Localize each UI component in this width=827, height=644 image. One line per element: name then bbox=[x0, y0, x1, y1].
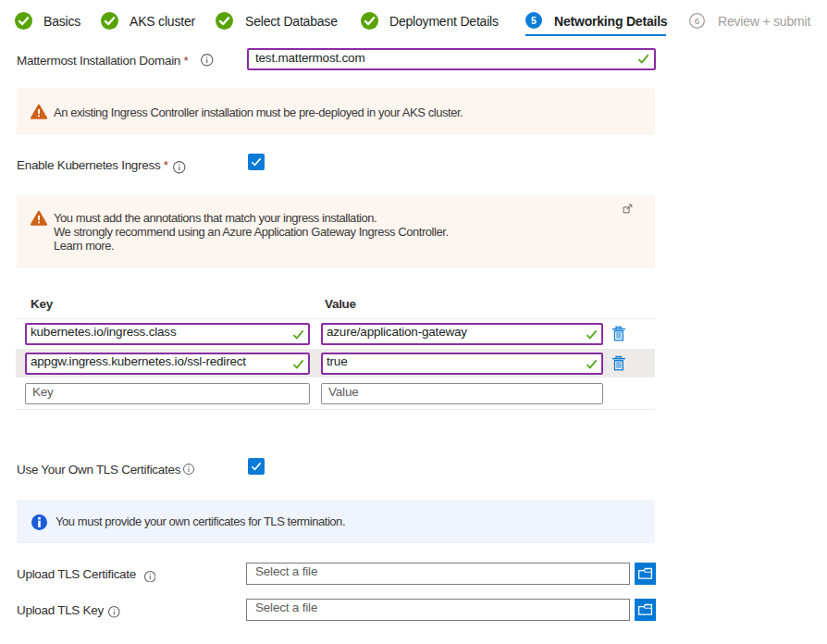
svg-text:5: 5 bbox=[531, 15, 537, 26]
svg-text:6: 6 bbox=[695, 16, 700, 26]
